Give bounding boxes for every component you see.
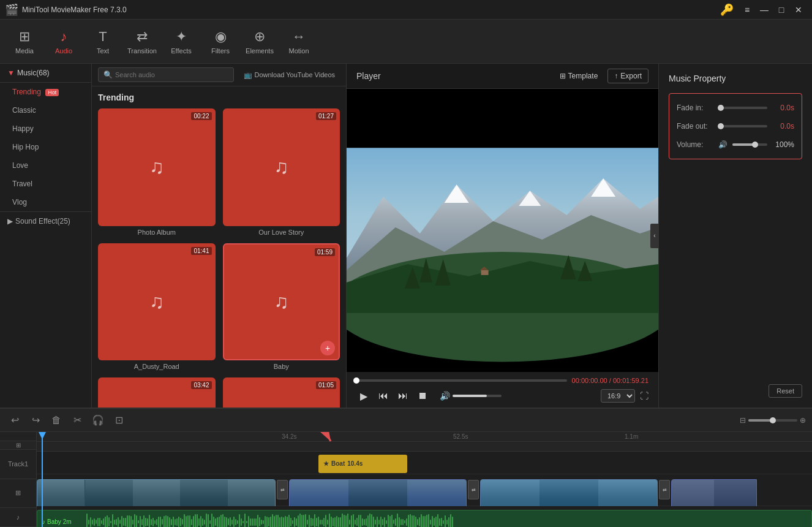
transition-chip-3[interactable]: ⇄	[659, 480, 670, 499]
tool-text-label: Text	[97, 47, 109, 55]
audio-clip-name: Baby	[47, 518, 61, 525]
tool-audio[interactable]: ♪ Audio	[44, 22, 83, 61]
add-baby-button[interactable]: +	[320, 341, 335, 355]
minimize-button[interactable]: —	[756, 3, 773, 17]
redo-button[interactable]: ↪	[27, 412, 44, 429]
track1-row	[37, 442, 812, 452]
aspect-ratio-select[interactable]: 16:9 9:16 1:1 4:3	[601, 389, 635, 403]
prev-button[interactable]: ⏮	[376, 390, 391, 401]
sidebar-item-classic[interactable]: Classic	[0, 101, 91, 119]
menu-icon[interactable]: ≡	[739, 3, 756, 17]
volume-mute-icon[interactable]: 🔊	[718, 140, 727, 149]
sidebar-item-travel[interactable]: Travel	[0, 175, 91, 193]
tool-transition[interactable]: ⇄ Transition	[122, 22, 162, 61]
search-input[interactable]	[115, 71, 228, 78]
template-icon: ⊞	[560, 72, 566, 80]
music-card-cheerleader[interactable]: ♫ 03:42 Cheerleader	[98, 377, 216, 408]
sidebar-item-hiphop[interactable]: Hip Hop	[0, 138, 91, 156]
music-card-challenge[interactable]: ♫ 01:05 Challenge	[223, 377, 340, 408]
zoom-slider[interactable]	[748, 419, 797, 422]
volume-slider[interactable]	[453, 395, 502, 397]
timeline-content: ⊞ Track1 ⊞ ♪ 34.2s 52.5s 1.1m	[0, 432, 812, 527]
fade-out-slider[interactable]	[718, 125, 767, 127]
tool-elements[interactable]: ⊕ Elements	[240, 22, 279, 61]
video-track-row: ⇄ 🔊 ⇄ 🔊	[37, 474, 812, 506]
fade-out-value: 0.0s	[772, 122, 794, 131]
tool-motion[interactable]: ↔ Motion	[279, 22, 318, 61]
volume-control: 🔊	[440, 391, 502, 401]
motion-icon: ↔	[292, 29, 306, 45]
ruler-spacer	[0, 432, 36, 441]
play-button[interactable]: ▶	[356, 390, 371, 402]
stop-button[interactable]: ⏹	[415, 390, 430, 401]
player-video	[347, 89, 658, 372]
vlog-label: Vlog	[12, 198, 27, 207]
track-labels: ⊞ Track1 ⊞ ♪	[0, 432, 37, 527]
music-card-baby[interactable]: ♫ 01:59 + Baby	[223, 243, 340, 371]
delete-button[interactable]: 🗑	[48, 412, 65, 429]
app-title: MiniTool MovieMaker Free 7.3.0	[22, 6, 720, 14]
arrow-icon: ▼	[7, 69, 15, 77]
sidebar-item-love[interactable]: Love	[0, 156, 91, 175]
close-button[interactable]: ✕	[790, 3, 807, 17]
audio-label: ♪ Baby 2m	[42, 518, 72, 525]
key-icon[interactable]: 🔑	[720, 3, 734, 17]
transition-chip-1[interactable]: ⇄	[277, 480, 288, 499]
search-box[interactable]: 🔍	[98, 67, 234, 82]
media-icon: ⊞	[19, 29, 30, 45]
zoom-controls: ⊟ ⊕	[740, 416, 806, 425]
progress-bar[interactable]	[356, 379, 567, 382]
our-love-story-duration: 01:27	[316, 112, 336, 120]
sound-effect-section[interactable]: ▶ Sound Effect(25)	[0, 211, 91, 230]
transition-chip-2[interactable]: ⇄	[468, 480, 479, 499]
tool-motion-label: Motion	[288, 47, 309, 55]
track1-content-row: ★ Boat 10.4s	[37, 452, 812, 474]
collapse-button[interactable]: ‹	[650, 224, 659, 248]
music-card-our-love-story[interactable]: ♫ 01:27 Our Love Story	[223, 108, 340, 236]
sidebar-item-trending[interactable]: Trending Hot	[0, 83, 91, 101]
sidebar-item-vlog[interactable]: Vlog	[0, 193, 91, 211]
arrow-right-icon: ▶	[7, 217, 13, 226]
music-card-photo-album[interactable]: ♫ 00:22 Photo Album	[98, 108, 216, 236]
maximize-button[interactable]: □	[773, 3, 790, 17]
undo-button[interactable]: ↩	[6, 412, 23, 429]
zoom-out-icon[interactable]: ⊟	[740, 416, 746, 425]
tool-effects[interactable]: ✦ Effects	[162, 22, 201, 61]
add-track-button[interactable]: ⊞	[0, 441, 36, 450]
property-box: Fade in: 0.0s Fade out: 0.0s Volume: �	[669, 93, 802, 159]
tool-media[interactable]: ⊞ Media	[5, 22, 44, 61]
crop-button[interactable]: ⊡	[110, 412, 127, 429]
tool-elements-label: Elements	[246, 47, 274, 55]
fullscreen-button[interactable]: ⛶	[640, 391, 648, 401]
download-youtube-btn[interactable]: 📺 Download YouTube Videos	[239, 69, 340, 82]
reset-button[interactable]: Reset	[769, 384, 802, 398]
fade-in-slider[interactable]	[718, 107, 767, 109]
volume-fill	[453, 395, 487, 397]
ruler-mark-1m: 1.1m	[625, 433, 638, 440]
audio-button[interactable]: 🎧	[89, 412, 107, 429]
sidebar-item-happy[interactable]: Happy	[0, 119, 91, 138]
export-button[interactable]: ↑ Export	[607, 69, 648, 83]
our-love-story-thumb: ♫ 01:27	[223, 108, 340, 226]
zoom-dot	[770, 417, 776, 423]
cut-button[interactable]: ✂	[69, 412, 86, 429]
boat-clip-label: Boat	[331, 460, 345, 467]
volume-icon[interactable]: 🔊	[440, 391, 450, 401]
tool-filters[interactable]: ◉ Filters	[201, 22, 240, 61]
tool-text[interactable]: T Text	[83, 22, 122, 61]
photo-album-duration: 00:22	[191, 112, 211, 120]
music-header[interactable]: ▼ Music(68)	[0, 64, 91, 83]
player-controls: 00:00:00.00 / 00:01:59.21 ▶ ⏮ ⏭ ⏹ 🔊 16:9…	[347, 372, 658, 408]
search-icon: 🔍	[103, 70, 113, 79]
progress-bar-container: 00:00:00.00 / 00:01:59.21	[356, 377, 648, 384]
boat-clip[interactable]: ★ Boat 10.4s	[318, 455, 407, 473]
tool-transition-label: Transition	[127, 47, 157, 55]
volume-property-slider[interactable]	[732, 143, 767, 146]
zoom-in-icon[interactable]: ⊕	[800, 416, 806, 425]
music-card-a-dusty-road[interactable]: ♫ 01:41 A_Dusty_Road	[98, 243, 216, 371]
volume-property-dot	[752, 142, 758, 148]
audio-clip[interactable]: ♪ Baby 2m	[37, 510, 812, 527]
template-button[interactable]: ⊞ Template	[555, 69, 603, 83]
ruler-mark-52: 52.5s	[453, 433, 468, 440]
next-button[interactable]: ⏭	[396, 390, 410, 401]
